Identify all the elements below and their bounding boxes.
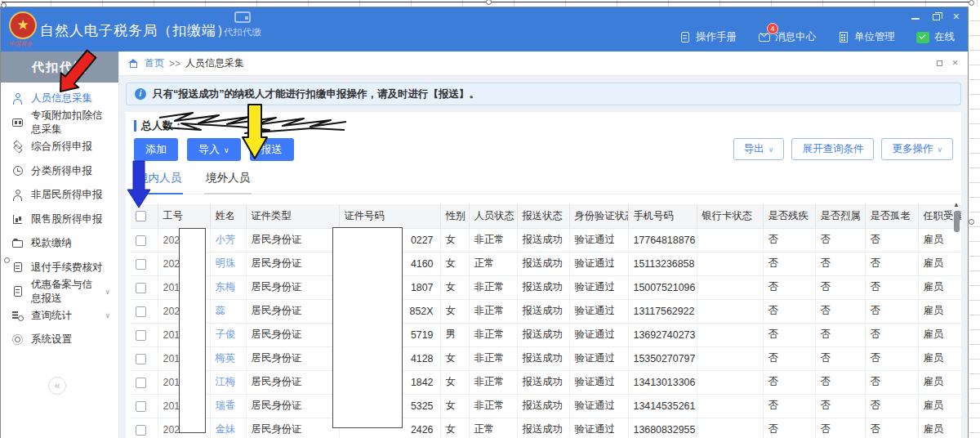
- cell-employment: 雇员: [918, 370, 961, 394]
- row-checkbox[interactable]: [136, 283, 146, 293]
- cell-report-status: 报送成功: [517, 323, 569, 346]
- sidebar-item[interactable]: 税款缴纳: [1, 231, 118, 256]
- selection-handle[interactable]: [4, 257, 10, 263]
- sidebar-item[interactable]: 非居民所得申报: [1, 183, 118, 208]
- cell-bank-status: [697, 275, 763, 299]
- table-header-row: 工号 姓名 证件类型 证件号码 性别 人员状态 报送状态 身份验证状态 手机号码…: [131, 204, 961, 228]
- person-tab[interactable]: 境内人员: [136, 166, 183, 194]
- table-row: 201803. 东梅 居民身份证 1807 女 非正常 报送成功 验证通过 15…: [131, 275, 961, 299]
- minimize-button[interactable]: [911, 18, 920, 20]
- cell-martyr: 否: [815, 252, 865, 275]
- cell-name-link[interactable]: 瑞香: [210, 394, 246, 418]
- cell-disabled: 否: [763, 323, 815, 346]
- sidebar-item[interactable]: 限售股所得申报: [1, 208, 118, 232]
- cell-name-link[interactable]: 梅英: [210, 346, 246, 370]
- sidebar-item[interactable]: 分类所得申报: [1, 159, 118, 184]
- redaction-box-names: [179, 228, 206, 433]
- row-checkbox-cell: [131, 275, 158, 299]
- restore-button[interactable]: [933, 14, 940, 20]
- titlebar-link[interactable]: 在线: [916, 30, 955, 44]
- cell-orphan: 否: [865, 323, 918, 346]
- row-checkbox[interactable]: [136, 306, 146, 317]
- add-button[interactable]: 添加: [134, 138, 178, 161]
- cell-name-link[interactable]: 江梅: [210, 370, 246, 394]
- titlebar-link[interactable]: 操作手册: [679, 30, 737, 44]
- cell-phone: 13680832955: [628, 418, 697, 438]
- titlebar-link[interactable]: 单位管理: [837, 30, 895, 44]
- export-button[interactable]: 导出∨: [733, 138, 785, 160]
- table-row: 202210. 明珠 居民身份证 4160 女 正常 报送成功 验证通过 151…: [131, 252, 961, 275]
- cell-orphan: 否: [865, 252, 918, 275]
- titlebar-link[interactable]: 4 消息中心: [758, 30, 816, 44]
- cell-phone: 13692740273: [628, 323, 697, 346]
- sidebar-collapse-button[interactable]: «: [48, 377, 66, 395]
- chevron-down-icon: ∨: [768, 145, 774, 154]
- selection-handle[interactable]: [969, 219, 974, 225]
- module-tab-label: 代扣代缴: [212, 26, 274, 38]
- cell-orphan: 否: [865, 394, 918, 418]
- row-checkbox[interactable]: [136, 259, 146, 270]
- row-checkbox[interactable]: [136, 330, 146, 341]
- person-tab[interactable]: 境外人员: [204, 166, 252, 194]
- sidebar-header: 代扣代缴: [1, 51, 118, 83]
- sidebar-item[interactable]: 专项附加扣除信息采集: [1, 111, 118, 136]
- selection-handle[interactable]: [969, 0, 974, 6]
- scroll-up-icon[interactable]: ▲: [953, 202, 960, 208]
- expand-query-button[interactable]: 展开查询条件: [791, 138, 874, 160]
- cell-person-status: 正常: [469, 418, 517, 438]
- cell-name-link[interactable]: 子俊: [210, 323, 246, 346]
- breadcrumb-home[interactable]: 首页: [145, 56, 164, 70]
- table-row: 202207. 小芳 居民身份证 0227 女 非正常 报送成功 验证通过 17…: [131, 228, 961, 252]
- cell-report-status: 报送成功: [517, 346, 569, 370]
- more-actions-button[interactable]: 更多操作∨: [881, 138, 953, 160]
- sidebar-item-label: 税款缴纳: [31, 236, 72, 250]
- cell-person-status: 非正常: [469, 275, 517, 299]
- cell-disabled: 否: [763, 299, 815, 323]
- cell-name-link[interactable]: 金妹: [210, 418, 246, 438]
- cell-gender: 男: [440, 323, 469, 346]
- cell-verify-status: 验证通过: [569, 252, 628, 275]
- cell-name-link[interactable]: 明珠: [210, 252, 246, 275]
- pane-maximize-icon[interactable]: [937, 60, 942, 66]
- cell-bank-status: [697, 346, 763, 370]
- cell-name-link[interactable]: 小芳: [210, 228, 246, 252]
- row-checkbox-cell: [131, 323, 158, 346]
- sidebar-item[interactable]: 退付手续费核对: [1, 256, 118, 280]
- import-button[interactable]: 导入∨: [187, 138, 241, 161]
- sidebar-menu: 人员信息采集 专项附加扣除信息采集 综合所得申报 分类所得申报 非居民所得申报: [1, 83, 118, 352]
- row-checkbox[interactable]: [136, 235, 146, 246]
- select-all-checkbox[interactable]: [136, 211, 146, 221]
- row-checkbox[interactable]: [136, 425, 146, 436]
- home-icon: [127, 57, 140, 69]
- table-row: 201705. 子俊 居民身份证 5719 男 非正常 报送成功 验证通过 13…: [131, 323, 961, 346]
- row-checkbox[interactable]: [136, 378, 146, 388]
- sidebar-item[interactable]: 综合所得申报: [1, 135, 118, 159]
- cell-verify-status: 验证通过: [569, 299, 628, 323]
- cell-name-link[interactable]: 东梅: [210, 275, 246, 299]
- sidebar-item[interactable]: 优惠备案与信息报送 ∨: [1, 279, 118, 304]
- sidebar-item[interactable]: 查询统计 ∨: [1, 304, 118, 328]
- sidebar-item-label: 非居民所得申报: [31, 188, 103, 202]
- cell-bank-status: [697, 228, 763, 252]
- cell-employment: 雇员: [918, 275, 961, 299]
- cell-employment: 雇员: [918, 394, 961, 418]
- cell-name-link[interactable]: 蕊: [210, 299, 246, 323]
- row-checkbox[interactable]: [136, 354, 146, 364]
- sidebar-item-label: 系统设置: [31, 333, 72, 346]
- cell-disabled: 否: [763, 275, 815, 299]
- sidebar-item[interactable]: 人员信息采集: [1, 87, 118, 111]
- sidebar-item[interactable]: 系统设置: [1, 328, 118, 352]
- selection-handle[interactable]: [1, 2, 7, 8]
- submit-button[interactable]: 报送: [250, 138, 294, 161]
- redaction-box-id-numbers: [332, 227, 403, 428]
- scrollbar-thumb[interactable]: [954, 211, 960, 232]
- pane-close-icon[interactable]: ×: [952, 59, 958, 67]
- sidebar-item-icon: [11, 333, 24, 346]
- table-scrollbar[interactable]: ▲: [952, 202, 960, 232]
- cell-disabled: 否: [763, 394, 815, 418]
- cell-martyr: 否: [815, 346, 865, 370]
- tab-daikou-daijiao[interactable]: 代扣代缴: [212, 10, 274, 38]
- close-button[interactable]: ×: [953, 11, 960, 22]
- row-checkbox[interactable]: [136, 401, 146, 412]
- col-header: 是否孤老: [865, 204, 918, 228]
